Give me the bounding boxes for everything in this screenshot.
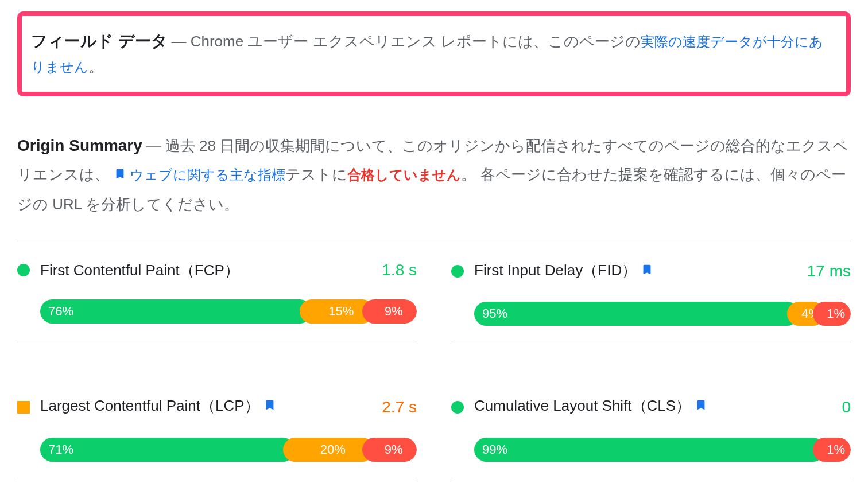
metric-value: 1.8 s: [382, 261, 417, 279]
pct-label: %: [496, 306, 507, 321]
status-indicator-icon: [17, 264, 30, 276]
segment-good-value: 71: [48, 442, 62, 457]
metric-name: Cumulative Layout Shift（CLS）: [474, 397, 691, 414]
segment-poor: 9%: [362, 299, 417, 324]
pct-label: %: [334, 442, 346, 457]
metric-value: 2.7 s: [382, 398, 417, 416]
status-indicator-icon: [451, 401, 464, 414]
distribution-bar: 71% 20% 9%: [17, 438, 417, 462]
bookmark-icon: [114, 165, 126, 190]
bookmark-icon: [641, 261, 653, 285]
metric-label: First Contentful Paint（FCP）: [40, 259, 371, 283]
pct-label: %: [834, 442, 845, 457]
segment-good: 71%: [40, 438, 295, 462]
pct-label: %: [62, 442, 73, 457]
origin-summary-fail: 合格していません: [347, 167, 461, 182]
segment-poor: 1%: [813, 302, 851, 326]
bookmark-icon: [695, 396, 707, 420]
origin-summary-mid: テストに: [285, 166, 347, 183]
metric-lcp: Largest Contentful Paint（LCP） 2.7 s 71% …: [17, 394, 417, 478]
distribution-bar: 99% 1%: [451, 438, 851, 462]
segment-needs: 20%: [283, 438, 374, 462]
metric-label: Cumulative Layout Shift（CLS）: [474, 394, 831, 420]
status-indicator-icon: [17, 401, 30, 414]
status-indicator-icon: [451, 265, 464, 278]
segment-good-value: 99: [482, 442, 496, 457]
metric-fid: First Input Delay（FID） 17 ms 95% 4% 1%: [451, 259, 851, 343]
segment-good: 95%: [474, 302, 799, 326]
metric-value: 17 ms: [807, 262, 851, 280]
metrics-grid: First Contentful Paint（FCP） 1.8 s 76% 15…: [17, 241, 851, 478]
field-data-panel: フィールド データ — Chrome ユーザー エクスペリエンス レポートには、…: [17, 11, 851, 96]
segment-good-value: 76: [48, 304, 62, 319]
pct-label: %: [496, 442, 507, 457]
segment-poor-value: 9: [385, 304, 392, 319]
segment-poor-value: 9: [385, 442, 392, 457]
metric-header: Largest Contentful Paint（LCP） 2.7 s: [17, 394, 417, 420]
metric-cls: Cumulative Layout Shift（CLS） 0 99% 1%: [451, 394, 851, 478]
origin-summary-title: Origin Summary: [17, 137, 142, 154]
segment-good: 99%: [474, 438, 825, 462]
field-data-desc-prefix: — Chrome ユーザー エクスペリエンス レポートには、このページの: [171, 33, 640, 50]
metric-label: First Input Delay（FID）: [474, 259, 797, 285]
metric-name: First Contentful Paint（FCP）: [40, 262, 239, 279]
segment-needs-value: 15: [328, 304, 342, 319]
metric-header: Cumulative Layout Shift（CLS） 0: [451, 394, 851, 420]
segment-good: 76%: [40, 299, 312, 324]
distribution-bar: 76% 15% 9%: [17, 299, 417, 324]
distribution-bar: 95% 4% 1%: [451, 302, 851, 326]
metric-name: Largest Contentful Paint（LCP）: [40, 397, 259, 414]
pct-label: %: [392, 304, 403, 319]
segment-needs-value: 20: [320, 442, 334, 457]
origin-summary-panel: Origin Summary — 過去 28 日間の収集期間について、このオリジ…: [17, 131, 851, 217]
metric-name: First Input Delay（FID）: [474, 262, 637, 279]
pct-label: %: [834, 306, 845, 321]
segment-poor-value: 1: [827, 306, 834, 321]
pct-label: %: [392, 442, 403, 457]
pct-label: %: [343, 304, 354, 319]
metric-header: First Contentful Paint（FCP） 1.8 s: [17, 259, 417, 283]
pct-label: %: [62, 304, 73, 319]
segment-needs-value: 4: [801, 306, 808, 321]
segment-poor: 1%: [813, 438, 851, 462]
metric-value: 0: [842, 398, 851, 416]
segment-poor-value: 1: [827, 442, 834, 457]
segment-good-value: 95: [482, 306, 496, 321]
segment-poor: 9%: [362, 438, 417, 462]
bookmark-icon: [264, 396, 276, 420]
metric-fcp: First Contentful Paint（FCP） 1.8 s 76% 15…: [17, 259, 417, 343]
field-data-desc-suffix: 。: [88, 58, 103, 75]
metric-header: First Input Delay（FID） 17 ms: [451, 259, 851, 285]
web-vitals-link[interactable]: ウェブに関する主な指標: [130, 167, 285, 182]
metric-label: Largest Contentful Paint（LCP）: [40, 394, 371, 420]
field-data-title: フィールド データ: [31, 32, 168, 50]
